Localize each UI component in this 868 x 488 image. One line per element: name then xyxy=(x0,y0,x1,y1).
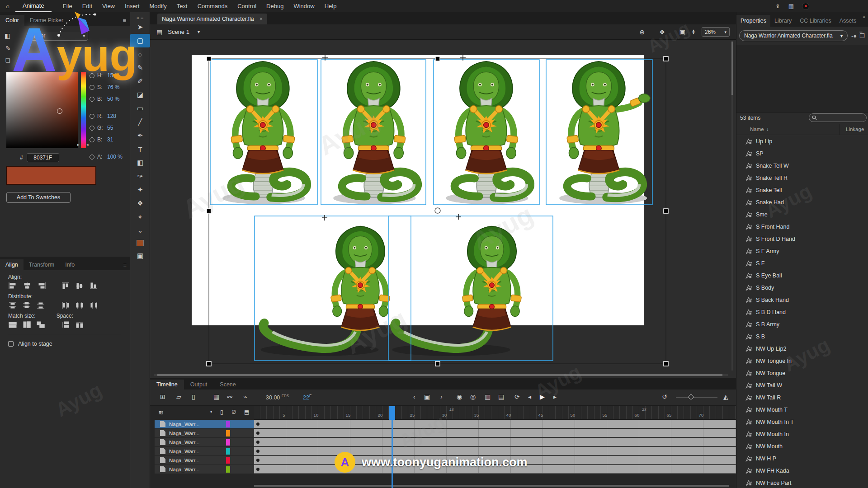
scene-chevron-icon[interactable]: ▾ xyxy=(198,29,200,34)
library-item[interactable]: Sme xyxy=(736,208,868,221)
document-tab[interactable]: Naga Warrior Animated Character.fla × xyxy=(157,14,267,24)
layer-color-chip[interactable] xyxy=(226,439,230,446)
distribute-bottom-icon[interactable] xyxy=(36,301,46,309)
match-width-icon[interactable] xyxy=(8,321,18,328)
timeline-scrollbar[interactable] xyxy=(254,485,729,487)
close-icon[interactable]: × xyxy=(259,14,263,24)
keyframe-dot[interactable] xyxy=(256,441,259,444)
radio-icon[interactable] xyxy=(90,155,94,160)
layer-frames-strip[interactable] xyxy=(254,456,736,465)
hide-eye-icon[interactable]: ∅ xyxy=(231,409,236,415)
panel-tab[interactable]: CC Libraries xyxy=(796,15,835,27)
layer-color-chip[interactable] xyxy=(226,448,230,455)
scene-name[interactable]: Scene 1 xyxy=(168,28,189,35)
playhead-line[interactable] xyxy=(392,420,393,488)
tool-button[interactable]: ╱ xyxy=(130,115,150,129)
hue-arrow-right[interactable]: ◂ xyxy=(86,142,89,147)
menu-item[interactable]: Edit xyxy=(77,0,97,12)
library-item[interactable]: Snake Tell xyxy=(736,184,868,196)
tab-scene[interactable]: Scene xyxy=(213,380,242,389)
library-item[interactable]: NW Mouth In xyxy=(736,428,868,440)
library-item[interactable]: NW Mouth T xyxy=(736,404,868,416)
menu-item[interactable]: Help xyxy=(320,0,342,12)
saturation-brightness-picker[interactable] xyxy=(6,72,78,148)
panel-tab[interactable]: Properties xyxy=(736,15,770,27)
hue-strip[interactable] xyxy=(81,72,86,148)
tool-button[interactable]: T xyxy=(130,142,150,156)
tool-button[interactable]: ➤ xyxy=(130,20,150,34)
panel-menu-icon[interactable]: ≡ xyxy=(123,262,130,270)
menu-item[interactable]: Text xyxy=(172,0,193,12)
keyframe-dot[interactable] xyxy=(256,468,259,471)
tool-button[interactable]: ⌄ xyxy=(130,224,150,237)
align-top-icon[interactable] xyxy=(61,282,71,290)
panel-tab[interactable]: Library xyxy=(770,15,796,27)
canvas-horizontal-scrollbar[interactable] xyxy=(154,374,728,376)
library-item[interactable]: S Back Hand xyxy=(736,294,868,306)
play-button[interactable]: ▶ xyxy=(540,393,545,400)
menu-item[interactable]: View xyxy=(97,0,120,12)
match-height-icon[interactable] xyxy=(22,321,32,328)
radio-icon[interactable] xyxy=(90,85,94,90)
tool-button[interactable]: ✒ xyxy=(130,129,150,142)
distribute-top-icon[interactable] xyxy=(8,301,18,309)
library-item[interactable]: Snake Tell R xyxy=(736,172,868,184)
keyframe-dot[interactable] xyxy=(256,422,259,426)
menu-item[interactable]: Modify xyxy=(145,0,172,12)
distribute-left-icon[interactable] xyxy=(61,301,71,309)
tool-button[interactable]: ✑ xyxy=(130,169,150,183)
library-item[interactable]: NW Mouth In T xyxy=(736,416,868,428)
rect-primitive-icon[interactable]: ▣ xyxy=(130,249,150,263)
menu-item[interactable]: Debug xyxy=(261,0,288,12)
home-icon[interactable]: ⌂ xyxy=(0,3,15,9)
next-keyframe-icon[interactable]: › xyxy=(440,393,443,400)
library-item[interactable]: S Front Hand xyxy=(736,221,868,233)
menu-item[interactable]: Insert xyxy=(120,0,145,12)
library-item[interactable]: S F Army xyxy=(736,245,868,257)
pin-library-icon[interactable]: -● xyxy=(851,33,857,39)
tab-transform[interactable]: Transform xyxy=(24,259,60,270)
keyframe-dot[interactable] xyxy=(256,432,259,435)
timeline-layer-row[interactable]: Naga_Warr... xyxy=(150,429,736,438)
stroke-pencil-icon[interactable]: ✎ xyxy=(5,45,11,52)
tool-button[interactable]: ◌ xyxy=(130,47,150,61)
distribute-right-icon[interactable] xyxy=(90,301,99,309)
onion-outline-icon[interactable]: ◎ xyxy=(470,393,476,400)
library-item[interactable]: S Front D Hand xyxy=(736,233,868,245)
tab-info[interactable]: Info xyxy=(60,259,80,270)
library-item[interactable]: S Body xyxy=(736,282,868,294)
workspace-icon[interactable]: ▦ xyxy=(788,3,794,9)
library-document-dropdown[interactable]: Naga Warrior Animated Character.fla ▾ xyxy=(739,30,848,41)
timeline-layer-row[interactable]: Naga_Warr... xyxy=(150,465,736,474)
tool-button[interactable]: ▭ xyxy=(130,102,150,115)
library-search-input[interactable] xyxy=(809,113,867,122)
timeline-layer-row[interactable]: Naga_Warr... xyxy=(150,456,736,465)
tool-button[interactable]: ✦ xyxy=(130,183,150,197)
tab-color[interactable]: Color xyxy=(0,15,24,26)
graph-editor-icon[interactable]: ⌁ xyxy=(243,393,247,400)
fill-type-dropdown[interactable]: color▾ xyxy=(30,31,88,41)
quick-share-icon[interactable] xyxy=(802,3,809,10)
hue-arrow-left[interactable]: ▸ xyxy=(77,142,80,147)
menu-item[interactable]: File xyxy=(58,0,77,12)
layers-stack-icon[interactable]: ≋ xyxy=(158,409,164,416)
align-bottom-icon[interactable] xyxy=(90,282,99,290)
library-item[interactable]: SP xyxy=(736,147,868,160)
tools-collapse-icon[interactable]: « ≡ xyxy=(130,12,150,20)
radio-icon[interactable] xyxy=(90,73,94,78)
transform-point[interactable] xyxy=(435,208,440,213)
menu-item[interactable]: Control xyxy=(232,0,261,12)
column-linkage[interactable]: Linkage xyxy=(846,127,864,132)
lock-icon[interactable]: ⬒ xyxy=(244,409,249,415)
add-to-swatches-button[interactable]: Add To Swatches xyxy=(6,192,71,203)
reset-zoom-icon[interactable]: ↺ xyxy=(662,393,667,400)
clip-content-icon[interactable]: ▣ xyxy=(679,28,685,36)
column-name[interactable]: Name xyxy=(750,127,764,132)
edit-multiple-frames-icon[interactable]: ▥ xyxy=(485,393,491,400)
frame-markers-icon[interactable]: ▤ xyxy=(498,393,504,400)
tool-button[interactable]: ✐ xyxy=(130,75,150,88)
color-cursor[interactable] xyxy=(57,108,62,114)
library-item[interactable]: NW Up Lip2 xyxy=(736,343,868,355)
insert-frame-icon[interactable]: ⊞ xyxy=(160,393,165,400)
match-both-icon[interactable] xyxy=(36,321,46,328)
